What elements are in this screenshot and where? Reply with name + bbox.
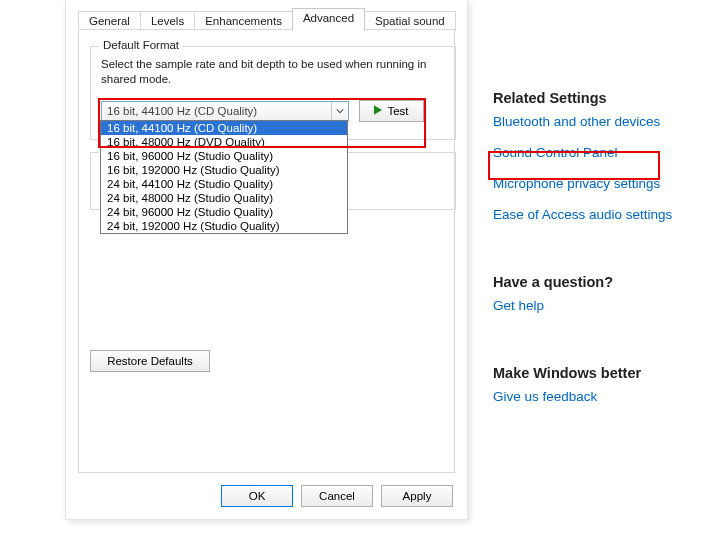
dropdown-option[interactable]: 24 bit, 48000 Hz (Studio Quality): [101, 191, 347, 205]
settings-sidebar: Related Settings Bluetooth and other dev…: [493, 90, 703, 420]
tab-enhancements[interactable]: Enhancements: [194, 11, 293, 31]
tab-levels[interactable]: Levels: [140, 11, 195, 31]
cancel-button[interactable]: Cancel: [301, 485, 373, 507]
ok-button[interactable]: OK: [221, 485, 293, 507]
dropdown-option[interactable]: 16 bit, 44100 Hz (CD Quality): [101, 121, 347, 135]
link-give-feedback[interactable]: Give us feedback: [493, 389, 703, 404]
apply-label: Apply: [403, 490, 432, 502]
link-microphone-privacy[interactable]: Microphone privacy settings: [493, 176, 703, 191]
related-settings-heading: Related Settings: [493, 90, 703, 106]
dropdown-option[interactable]: 24 bit, 192000 Hz (Studio Quality): [101, 219, 347, 233]
link-ease-of-access-audio[interactable]: Ease of Access audio settings: [493, 207, 703, 222]
have-a-question-heading: Have a question?: [493, 274, 703, 290]
tab-strip: General Levels Enhancements Advanced Spa…: [78, 8, 455, 30]
make-windows-better-heading: Make Windows better: [493, 365, 703, 381]
dialog-button-row: OK Cancel Apply: [221, 485, 453, 507]
sample-rate-dropdown[interactable]: 16 bit, 44100 Hz (CD Quality) 16 bit, 48…: [100, 120, 348, 234]
dropdown-option[interactable]: 24 bit, 44100 Hz (Studio Quality): [101, 177, 347, 191]
link-bluetooth[interactable]: Bluetooth and other devices: [493, 114, 703, 129]
ok-label: OK: [249, 490, 266, 502]
tab-advanced[interactable]: Advanced: [292, 8, 365, 30]
dropdown-option[interactable]: 24 bit, 96000 Hz (Studio Quality): [101, 205, 347, 219]
dropdown-option[interactable]: 16 bit, 192000 Hz (Studio Quality): [101, 163, 347, 177]
tab-spatial-sound[interactable]: Spatial sound: [364, 11, 456, 31]
apply-button[interactable]: Apply: [381, 485, 453, 507]
tab-general[interactable]: General: [78, 11, 141, 31]
link-get-help[interactable]: Get help: [493, 298, 703, 313]
dropdown-option[interactable]: 16 bit, 48000 Hz (DVD Quality): [101, 135, 347, 149]
cancel-label: Cancel: [319, 490, 355, 502]
dropdown-option[interactable]: 16 bit, 96000 Hz (Studio Quality): [101, 149, 347, 163]
link-sound-control-panel[interactable]: Sound Control Panel: [493, 145, 703, 160]
sound-properties-dialog: General Levels Enhancements Advanced Spa…: [65, 0, 468, 520]
tab-panel: [78, 29, 455, 473]
